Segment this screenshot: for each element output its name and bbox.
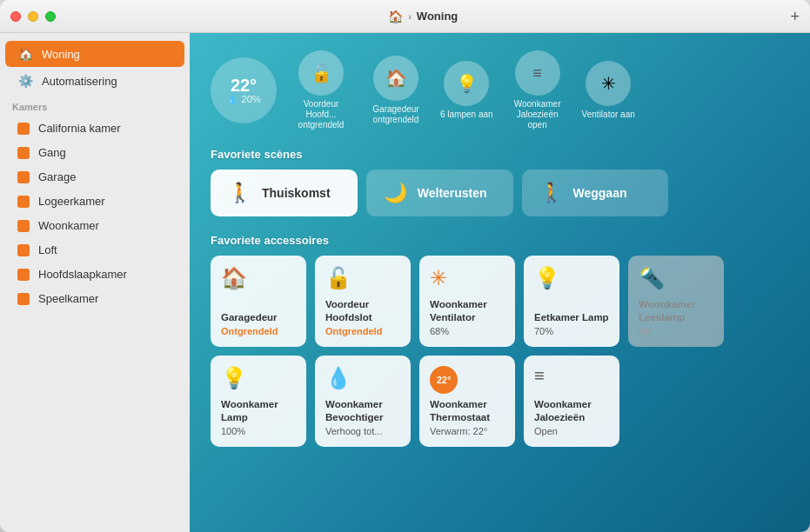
accessory-voordeur-status: Ontgrendeld bbox=[325, 326, 400, 336]
accessory-voordeur-slot[interactable]: 🔓 Voordeur Hoofdslot Ontgrendeld bbox=[315, 256, 411, 347]
accessory-woonkamer-lamp[interactable]: 💡 Woonkamer Lamp 100% bbox=[211, 356, 306, 447]
accessory-ventilator-name: Woonkamer Ventilator bbox=[430, 298, 505, 324]
accessory-thermostaat-name: Woonkamer Thermostaat bbox=[430, 398, 505, 424]
titlebar: 🏠 › Woning + bbox=[0, 0, 810, 33]
sidebar-label-automatisering: Automatisering bbox=[42, 75, 117, 88]
temperature: 22° bbox=[231, 76, 257, 94]
lamp-icon: 💡 bbox=[534, 266, 560, 290]
scene-weggaan[interactable]: 🚶 Weggaan bbox=[522, 170, 669, 216]
garagedeur-icon-circle[interactable]: 🏠 bbox=[373, 56, 418, 101]
sidebar-label-hoofdslaapkamer: Hoofdslaapkamer bbox=[38, 268, 127, 281]
lock-open-icon: 🔓 bbox=[311, 63, 332, 83]
weather-widget[interactable]: 22° 💧 20% bbox=[211, 57, 277, 123]
blinds-icon: ≡ bbox=[532, 64, 542, 83]
sidebar-item-logeerkamer[interactable]: Logeerkamer bbox=[5, 190, 184, 213]
add-button[interactable]: + bbox=[790, 9, 800, 24]
scene-thuiskomst-label: Thuiskomst bbox=[262, 186, 331, 200]
accessory-woonkamer-lamp-status: 100% bbox=[221, 426, 296, 436]
accessory-voordeur-name: Voordeur Hoofdslot bbox=[325, 298, 400, 324]
sidebar-label-loft: Loft bbox=[38, 243, 57, 256]
accessory-ventilator[interactable]: ✳ Woonkamer Ventilator 68% bbox=[419, 256, 515, 347]
accessories-grid: 🏠 Garagedeur Ontgrendeld 🔓 Voordeur Hoof… bbox=[211, 256, 789, 447]
lock-open-icon: 🔓 bbox=[325, 266, 351, 290]
main-content: 22° 💧 20% 🔓 Voordeur Hoofd... ontgrendel… bbox=[190, 33, 810, 532]
accessories-section-title: Favoriete accessoires bbox=[211, 234, 789, 247]
sidebar-label-woonkamer: Woonkamer bbox=[38, 219, 99, 232]
accessory-thermostaat-header: 22° bbox=[430, 366, 505, 394]
accessory-voordeur-header: 🔓 bbox=[325, 266, 400, 297]
accessory-leeslamp[interactable]: 🔦 Woonkamer Leeslamp Uit bbox=[628, 256, 724, 347]
sidebar-item-automatisering[interactable]: ⚙️ Automatisering bbox=[5, 68, 184, 94]
sidebar-item-garage[interactable]: Garage bbox=[5, 165, 184, 189]
jaloezien-label: Woonkamer Jaloezieën open bbox=[507, 99, 568, 130]
sidebar-item-woonkamer[interactable]: Woonkamer bbox=[5, 214, 184, 237]
humidifier-icon: 💧 bbox=[325, 366, 351, 390]
thermostat-badge: 22° bbox=[430, 366, 458, 394]
ventilator-label: Ventilator aan bbox=[582, 110, 635, 120]
garage-icon: 🏠 bbox=[385, 68, 407, 89]
accessory-bevochtiger[interactable]: 💧 Woonkamer Bevochtiger Verhoog tot... bbox=[315, 356, 411, 447]
garagedeur-label: Garagedeur ontgrendeld bbox=[365, 104, 426, 125]
device-widget-garagedeur[interactable]: 🏠 Garagedeur ontgrendeld bbox=[365, 56, 426, 125]
device-widget-voordeur[interactable]: 🔓 Voordeur Hoofd... ontgrendeld bbox=[291, 50, 351, 130]
sidebar-item-gang[interactable]: Gang bbox=[5, 141, 184, 164]
accessory-garagedeur-status: Ontgrendeld bbox=[221, 326, 296, 336]
close-button[interactable] bbox=[10, 11, 21, 22]
accessory-garagedeur[interactable]: 🏠 Garagedeur Ontgrendeld bbox=[211, 256, 306, 347]
device-widget-ventilator[interactable]: ✳ Ventilator aan bbox=[582, 61, 635, 120]
voordeur-icon-circle[interactable]: 🔓 bbox=[298, 50, 344, 96]
app-window: 🏠 › Woning + 🏠 Woning ⚙️ Automatisering … bbox=[0, 0, 810, 532]
accessory-ventilator-header: ✳ bbox=[430, 266, 505, 297]
device-widget-lampen[interactable]: 💡 6 lampen aan bbox=[440, 61, 493, 120]
sidebar-label-california: California kamer bbox=[38, 122, 121, 135]
accessory-eetkamer-status: 70% bbox=[534, 326, 609, 336]
garage-door-icon: 🏠 bbox=[221, 266, 247, 290]
sidebar-label-gang: Gang bbox=[38, 146, 66, 159]
lampen-label: 6 lampen aan bbox=[440, 110, 493, 120]
fan-icon: ✳ bbox=[430, 266, 447, 290]
sidebar: 🏠 Woning ⚙️ Automatisering Kamers Califo… bbox=[0, 33, 190, 532]
accessory-jaloezien-status: Open bbox=[534, 426, 609, 436]
scene-welterusten[interactable]: 🌙 Welterusten bbox=[366, 170, 513, 216]
jaloezien-icon-circle[interactable]: ≡ bbox=[515, 50, 560, 96]
scene-thuiskomst[interactable]: 🚶 Thuiskomst bbox=[211, 170, 358, 216]
titlebar-right: + bbox=[790, 9, 800, 24]
room-color-logeerkamer bbox=[17, 196, 30, 208]
room-color-gang bbox=[17, 147, 30, 159]
scenes-section-title: Favoriete scènes bbox=[211, 148, 789, 161]
accessory-leeslamp-header: 🔦 bbox=[639, 266, 713, 297]
sidebar-item-california[interactable]: California kamer bbox=[5, 116, 184, 140]
ventilator-icon-circle[interactable]: ✳ bbox=[586, 61, 631, 106]
sidebar-item-hoofdslaapkamer[interactable]: Hoofdslaapkamer bbox=[5, 263, 184, 286]
accessory-eetkamer-header: 💡 bbox=[534, 266, 609, 297]
device-widget-jaloezien[interactable]: ≡ Woonkamer Jaloezieën open bbox=[507, 50, 568, 130]
reading-lamp-icon: 🔦 bbox=[639, 266, 665, 290]
scene-thuiskomst-icon: 🚶 bbox=[228, 182, 251, 204]
fan-icon: ✳ bbox=[601, 73, 616, 94]
maximize-button[interactable] bbox=[45, 11, 56, 22]
accessory-jaloezien-name: Woonkamer Jaloezieën bbox=[534, 398, 609, 424]
sidebar-label-woning: Woning bbox=[42, 48, 80, 61]
accessory-leeslamp-name: Woonkamer Leeslamp bbox=[639, 298, 713, 324]
minimize-button[interactable] bbox=[28, 11, 38, 22]
accessory-leeslamp-status: Uit bbox=[639, 326, 713, 336]
window-title: 🏠 › Woning bbox=[63, 10, 783, 23]
blinds-icon: ≡ bbox=[534, 366, 545, 386]
accessory-bevochtiger-name: Woonkamer Bevochtiger bbox=[325, 398, 400, 424]
accessory-jaloezien-header: ≡ bbox=[534, 366, 609, 393]
accessory-eetkamer-lamp[interactable]: 💡 Eetkamer Lamp 70% bbox=[524, 256, 619, 347]
scene-welterusten-label: Welterusten bbox=[418, 186, 487, 200]
home-icon: 🏠 bbox=[17, 46, 33, 62]
room-color-speelkamer bbox=[17, 293, 30, 305]
sidebar-item-speelkamer[interactable]: Speelkamer bbox=[5, 287, 184, 310]
humidity: 💧 20% bbox=[226, 94, 260, 105]
title-text: Woning bbox=[417, 10, 458, 23]
accessory-thermostaat[interactable]: 22° Woonkamer Thermostaat Verwarm: 22° bbox=[419, 356, 515, 447]
accessory-jaloezien[interactable]: ≡ Woonkamer Jaloezieën Open bbox=[524, 356, 619, 447]
sidebar-label-logeerkamer: Logeerkamer bbox=[38, 195, 105, 208]
room-color-california bbox=[17, 123, 30, 135]
scene-weggaan-icon: 🚶 bbox=[539, 182, 563, 204]
lampen-icon-circle[interactable]: 💡 bbox=[444, 61, 489, 106]
sidebar-item-loft[interactable]: Loft bbox=[5, 238, 184, 262]
sidebar-item-woning[interactable]: 🏠 Woning bbox=[5, 41, 184, 67]
